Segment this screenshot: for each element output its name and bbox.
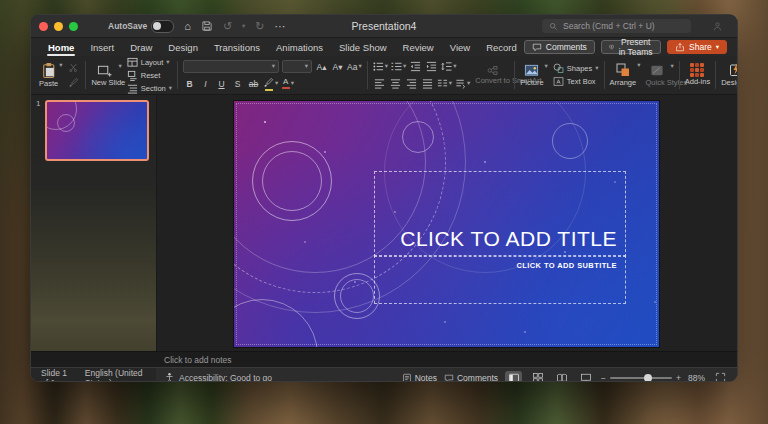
- notes-bar[interactable]: Click to add notes: [31, 351, 737, 367]
- slide-sorter-view-button[interactable]: [529, 371, 546, 383]
- fit-slide-button[interactable]: [712, 371, 729, 383]
- decrease-font-size-button[interactable]: A▾: [331, 60, 344, 73]
- autosave-toggle[interactable]: [151, 20, 174, 33]
- quick-styles-button[interactable]: Quick Styles ▾: [645, 63, 673, 88]
- cut-button[interactable]: [67, 61, 80, 74]
- brush-icon: [68, 77, 79, 88]
- redo-icon[interactable]: ↻: [255, 21, 264, 32]
- designer-button[interactable]: Designer: [721, 62, 737, 88]
- columns-button[interactable]: ▾: [437, 77, 452, 90]
- main-content: 1 CLICK TO ADD TITLE: [31, 95, 737, 351]
- convert-to-smartart-button[interactable]: Convert to SmartArt: [475, 65, 509, 86]
- decrease-indent-button[interactable]: [409, 60, 422, 73]
- bold-button[interactable]: B: [183, 77, 196, 90]
- language-label[interactable]: English (United States): [85, 368, 156, 383]
- chevron-down-icon: ▾: [449, 80, 452, 87]
- ribbon-toolbar: Paste ▾ New Slide ▾ Layout ▾ Res: [31, 56, 737, 95]
- chevron-down-icon: ▾: [545, 63, 548, 70]
- add-ins-button[interactable]: Add-ins: [685, 63, 710, 87]
- reading-view-button[interactable]: [553, 371, 570, 383]
- title-placeholder[interactable]: CLICK TO ADD TITLE: [374, 171, 626, 257]
- tab-view[interactable]: View: [443, 38, 477, 56]
- layout-button[interactable]: Layout ▾: [127, 57, 172, 68]
- minimize-window-button[interactable]: [54, 22, 63, 31]
- zoom-out-button[interactable]: −: [601, 373, 606, 383]
- undo-chevron-icon[interactable]: ▾: [242, 23, 245, 30]
- underline-button[interactable]: U: [215, 77, 228, 90]
- notes-icon: [402, 373, 412, 383]
- columns-icon: [437, 78, 448, 89]
- undo-icon[interactable]: ↺: [223, 21, 232, 32]
- group-divider: [85, 61, 86, 89]
- zoom-in-button[interactable]: +: [676, 373, 681, 383]
- tab-insert[interactable]: Insert: [83, 38, 121, 56]
- increase-indent-button[interactable]: [425, 60, 438, 73]
- align-left-button[interactable]: [373, 77, 386, 90]
- tab-draw[interactable]: Draw: [123, 38, 159, 56]
- italic-button[interactable]: I: [199, 77, 212, 90]
- reset-button[interactable]: Reset: [127, 70, 172, 81]
- text-box-button[interactable]: Text Box: [553, 76, 599, 87]
- new-slide-label: New Slide: [91, 79, 117, 88]
- align-right-button[interactable]: [405, 77, 418, 90]
- slide-thumbnail[interactable]: [45, 100, 149, 161]
- share-button[interactable]: Share ▾: [667, 40, 727, 54]
- tab-slide-show[interactable]: Slide Show: [332, 38, 394, 56]
- comments-toggle-button[interactable]: Comments: [444, 373, 498, 383]
- format-painter-button[interactable]: [67, 76, 80, 89]
- more-commands-icon[interactable]: ⋯: [275, 21, 286, 32]
- notes-placeholder: Click to add notes: [164, 355, 232, 365]
- close-window-button[interactable]: [39, 22, 48, 31]
- slide-show-button[interactable]: [577, 371, 594, 383]
- numbering-button[interactable]: ▾: [391, 60, 406, 73]
- section-button[interactable]: Section ▾: [127, 83, 172, 94]
- line-spacing-button[interactable]: ▾: [441, 60, 456, 73]
- accessibility-status[interactable]: Accessibility: Good to go: [179, 373, 272, 383]
- text-shadow-button[interactable]: S: [231, 77, 244, 90]
- account-icon[interactable]: [712, 21, 723, 32]
- home-icon[interactable]: ⌂: [184, 21, 191, 32]
- share-icon: [675, 42, 685, 52]
- tab-animations[interactable]: Animations: [269, 38, 330, 56]
- zoom-slider-knob[interactable]: [644, 374, 652, 382]
- numbering-icon: [391, 61, 402, 72]
- justify-button[interactable]: [421, 77, 434, 90]
- zoom-level[interactable]: 88%: [688, 373, 705, 383]
- add-ins-label: Add-ins: [685, 78, 710, 87]
- normal-view-button[interactable]: [505, 371, 522, 383]
- bullets-button[interactable]: ▾: [373, 60, 388, 73]
- present-in-teams-button[interactable]: Present in Teams: [601, 40, 661, 54]
- align-center-button[interactable]: [389, 77, 402, 90]
- new-slide-icon: [96, 63, 113, 78]
- search-input[interactable]: Search (Cmd + Ctrl + U): [542, 19, 691, 33]
- picture-button[interactable]: Picture ▾: [520, 63, 548, 88]
- comments-button[interactable]: Comments: [524, 40, 595, 54]
- font-color-button[interactable]: A ▾: [281, 77, 294, 90]
- font-name-combobox[interactable]: ▾: [183, 60, 279, 73]
- slide-canvas[interactable]: CLICK TO ADD TITLE CLICK TO ADD SUBTITLE: [234, 101, 659, 347]
- tab-home[interactable]: Home: [41, 38, 81, 56]
- tab-record[interactable]: Record: [479, 38, 524, 56]
- tab-transitions[interactable]: Transitions: [207, 38, 267, 56]
- arrange-button[interactable]: Arrange ▾: [610, 62, 641, 88]
- tab-review[interactable]: Review: [396, 38, 441, 56]
- maximize-window-button[interactable]: [69, 22, 78, 31]
- chevron-down-icon: ▾: [716, 44, 719, 51]
- highlight-color-button[interactable]: ▾: [263, 77, 278, 90]
- subtitle-placeholder[interactable]: CLICK TO ADD SUBTITLE: [374, 255, 626, 304]
- increase-font-size-button[interactable]: A▴: [315, 60, 328, 73]
- text-direction-button[interactable]: ▾: [455, 77, 470, 90]
- strikethrough-button[interactable]: ab: [247, 77, 260, 90]
- change-case-button[interactable]: Aa▾: [347, 60, 362, 73]
- quick-styles-icon: [649, 63, 665, 78]
- align-left-icon: [374, 78, 385, 89]
- notes-toggle-button[interactable]: Notes: [402, 373, 437, 383]
- tab-design[interactable]: Design: [161, 38, 205, 56]
- paste-button[interactable]: Paste ▾: [39, 62, 62, 89]
- save-icon[interactable]: [201, 20, 213, 32]
- shapes-button[interactable]: Shapes ▾: [553, 63, 599, 74]
- zoom-slider[interactable]: [610, 377, 672, 379]
- font-size-combobox[interactable]: ▾: [282, 60, 312, 73]
- group-divider: [514, 61, 515, 89]
- new-slide-button[interactable]: New Slide ▾: [91, 63, 121, 88]
